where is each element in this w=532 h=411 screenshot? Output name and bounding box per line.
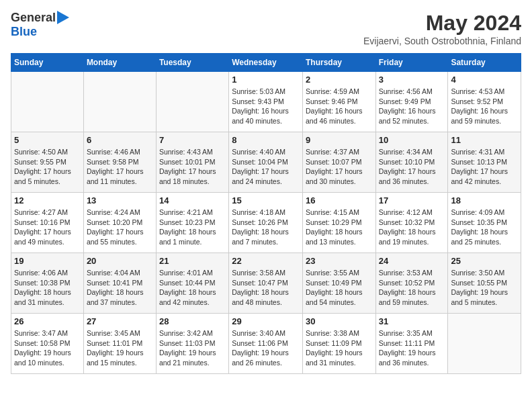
day-cell: 17Sunrise: 4:12 AM Sunset: 10:32 PM Dayl… bbox=[375, 193, 448, 253]
day-info: Sunrise: 3:45 AM Sunset: 11:01 PM Daylig… bbox=[87, 328, 153, 368]
day-number: 28 bbox=[159, 316, 226, 326]
day-info: Sunrise: 4:12 AM Sunset: 10:32 PM Daylig… bbox=[379, 208, 445, 247]
page-header: General Blue May 2024 Evijaervi, South O… bbox=[11, 11, 521, 46]
day-number: 22 bbox=[232, 256, 300, 266]
day-cell: 21Sunrise: 4:01 AM Sunset: 10:44 PM Dayl… bbox=[156, 253, 228, 314]
day-number: 15 bbox=[232, 195, 300, 205]
day-info: Sunrise: 4:59 AM Sunset: 9:46 PM Dayligh… bbox=[306, 87, 373, 126]
day-info: Sunrise: 4:50 AM Sunset: 9:55 PM Dayligh… bbox=[14, 147, 81, 187]
day-number: 13 bbox=[87, 195, 153, 205]
day-cell: 18Sunrise: 4:09 AM Sunset: 10:35 PM Dayl… bbox=[448, 193, 521, 253]
day-cell: 22Sunrise: 3:58 AM Sunset: 10:47 PM Dayl… bbox=[229, 253, 303, 314]
day-cell: 14Sunrise: 4:21 AM Sunset: 10:23 PM Dayl… bbox=[156, 193, 228, 253]
day-info: Sunrise: 3:35 AM Sunset: 11:11 PM Daylig… bbox=[379, 328, 445, 368]
day-cell: 23Sunrise: 3:55 AM Sunset: 10:49 PM Dayl… bbox=[302, 253, 375, 314]
day-cell: 15Sunrise: 4:18 AM Sunset: 10:26 PM Dayl… bbox=[229, 193, 303, 253]
day-cell: 2Sunrise: 4:59 AM Sunset: 9:46 PM Daylig… bbox=[302, 72, 375, 132]
header-sunday: Sunday bbox=[11, 54, 84, 72]
day-cell: 13Sunrise: 4:24 AM Sunset: 10:20 PM Dayl… bbox=[83, 193, 156, 253]
day-info: Sunrise: 4:37 AM Sunset: 10:07 PM Daylig… bbox=[306, 147, 373, 187]
header-thursday: Thursday bbox=[302, 54, 375, 72]
day-cell bbox=[83, 72, 156, 132]
day-number: 6 bbox=[87, 135, 153, 145]
logo: General Blue bbox=[11, 11, 69, 39]
day-number: 19 bbox=[14, 256, 81, 266]
day-number: 17 bbox=[379, 195, 445, 205]
day-info: Sunrise: 4:56 AM Sunset: 9:49 PM Dayligh… bbox=[379, 87, 445, 126]
day-cell: 9Sunrise: 4:37 AM Sunset: 10:07 PM Dayli… bbox=[302, 132, 375, 193]
day-number: 27 bbox=[87, 316, 153, 326]
calendar-title: May 2024 bbox=[363, 11, 521, 36]
day-number: 18 bbox=[451, 195, 518, 205]
title-section: May 2024 Evijaervi, South Ostrobothnia, … bbox=[363, 11, 521, 46]
header-wednesday: Wednesday bbox=[229, 54, 303, 72]
day-info: Sunrise: 4:21 AM Sunset: 10:23 PM Daylig… bbox=[159, 208, 226, 247]
day-number: 12 bbox=[14, 195, 81, 205]
day-cell: 16Sunrise: 4:15 AM Sunset: 10:29 PM Dayl… bbox=[302, 193, 375, 253]
week-row-3: 12Sunrise: 4:27 AM Sunset: 10:16 PM Dayl… bbox=[11, 193, 521, 253]
day-number: 10 bbox=[379, 135, 445, 145]
day-info: Sunrise: 4:43 AM Sunset: 10:01 PM Daylig… bbox=[159, 147, 226, 187]
day-number: 2 bbox=[306, 75, 373, 85]
day-number: 21 bbox=[159, 256, 226, 266]
day-cell: 30Sunrise: 3:38 AM Sunset: 11:09 PM Dayl… bbox=[302, 314, 375, 374]
day-info: Sunrise: 4:24 AM Sunset: 10:20 PM Daylig… bbox=[87, 208, 153, 247]
logo-general-text: General bbox=[11, 11, 56, 25]
day-info: Sunrise: 5:03 AM Sunset: 9:43 PM Dayligh… bbox=[232, 87, 300, 126]
day-cell: 5Sunrise: 4:50 AM Sunset: 9:55 PM Daylig… bbox=[11, 132, 84, 193]
day-number: 5 bbox=[14, 135, 81, 145]
day-cell: 20Sunrise: 4:04 AM Sunset: 10:41 PM Dayl… bbox=[83, 253, 156, 314]
day-info: Sunrise: 3:42 AM Sunset: 11:03 PM Daylig… bbox=[159, 328, 226, 368]
header-monday: Monday bbox=[83, 54, 156, 72]
day-number: 1 bbox=[232, 75, 300, 85]
day-cell bbox=[11, 72, 84, 132]
day-info: Sunrise: 4:18 AM Sunset: 10:26 PM Daylig… bbox=[232, 208, 300, 247]
day-cell: 29Sunrise: 3:40 AM Sunset: 11:06 PM Dayl… bbox=[229, 314, 303, 374]
day-info: Sunrise: 4:27 AM Sunset: 10:16 PM Daylig… bbox=[14, 208, 81, 247]
calendar-header: Sunday Monday Tuesday Wednesday Thursday… bbox=[11, 54, 521, 72]
day-cell: 28Sunrise: 3:42 AM Sunset: 11:03 PM Dayl… bbox=[156, 314, 228, 374]
day-number: 30 bbox=[306, 316, 373, 326]
day-cell: 19Sunrise: 4:06 AM Sunset: 10:38 PM Dayl… bbox=[11, 253, 84, 314]
day-info: Sunrise: 4:34 AM Sunset: 10:10 PM Daylig… bbox=[379, 147, 445, 187]
day-cell: 3Sunrise: 4:56 AM Sunset: 9:49 PM Daylig… bbox=[375, 72, 448, 132]
day-info: Sunrise: 4:46 AM Sunset: 9:58 PM Dayligh… bbox=[87, 147, 153, 187]
day-cell: 12Sunrise: 4:27 AM Sunset: 10:16 PM Dayl… bbox=[11, 193, 84, 253]
day-number: 16 bbox=[306, 195, 373, 205]
day-info: Sunrise: 3:55 AM Sunset: 10:49 PM Daylig… bbox=[306, 268, 373, 308]
day-info: Sunrise: 3:47 AM Sunset: 10:58 PM Daylig… bbox=[14, 328, 81, 368]
day-info: Sunrise: 3:53 AM Sunset: 10:52 PM Daylig… bbox=[379, 268, 445, 308]
day-number: 31 bbox=[379, 316, 445, 326]
day-cell: 11Sunrise: 4:31 AM Sunset: 10:13 PM Dayl… bbox=[448, 132, 521, 193]
day-info: Sunrise: 4:40 AM Sunset: 10:04 PM Daylig… bbox=[232, 147, 300, 187]
day-info: Sunrise: 4:15 AM Sunset: 10:29 PM Daylig… bbox=[306, 208, 373, 247]
calendar-table: Sunday Monday Tuesday Wednesday Thursday… bbox=[11, 53, 521, 374]
day-number: 24 bbox=[379, 256, 445, 266]
day-info: Sunrise: 4:04 AM Sunset: 10:41 PM Daylig… bbox=[87, 268, 153, 308]
day-number: 7 bbox=[159, 135, 226, 145]
day-info: Sunrise: 3:38 AM Sunset: 11:09 PM Daylig… bbox=[306, 328, 373, 368]
calendar-subtitle: Evijaervi, South Ostrobothnia, Finland bbox=[363, 36, 521, 46]
day-number: 11 bbox=[451, 135, 518, 145]
day-number: 25 bbox=[451, 256, 518, 266]
day-cell: 31Sunrise: 3:35 AM Sunset: 11:11 PM Dayl… bbox=[375, 314, 448, 374]
week-row-4: 19Sunrise: 4:06 AM Sunset: 10:38 PM Dayl… bbox=[11, 253, 521, 314]
day-number: 8 bbox=[232, 135, 300, 145]
day-number: 14 bbox=[159, 195, 226, 205]
day-cell: 8Sunrise: 4:40 AM Sunset: 10:04 PM Dayli… bbox=[229, 132, 303, 193]
day-number: 26 bbox=[14, 316, 81, 326]
day-info: Sunrise: 4:06 AM Sunset: 10:38 PM Daylig… bbox=[14, 268, 81, 308]
day-info: Sunrise: 4:09 AM Sunset: 10:35 PM Daylig… bbox=[451, 208, 518, 247]
header-row: Sunday Monday Tuesday Wednesday Thursday… bbox=[11, 54, 521, 72]
day-number: 23 bbox=[306, 256, 373, 266]
day-cell bbox=[448, 314, 521, 374]
week-row-1: 1Sunrise: 5:03 AM Sunset: 9:43 PM Daylig… bbox=[11, 72, 521, 132]
header-saturday: Saturday bbox=[448, 54, 521, 72]
day-cell: 6Sunrise: 4:46 AM Sunset: 9:58 PM Daylig… bbox=[83, 132, 156, 193]
day-cell bbox=[156, 72, 228, 132]
day-cell: 25Sunrise: 3:50 AM Sunset: 10:55 PM Dayl… bbox=[448, 253, 521, 314]
day-info: Sunrise: 4:53 AM Sunset: 9:52 PM Dayligh… bbox=[451, 87, 518, 126]
day-number: 4 bbox=[451, 75, 518, 85]
week-row-2: 5Sunrise: 4:50 AM Sunset: 9:55 PM Daylig… bbox=[11, 132, 521, 193]
calendar-body: 1Sunrise: 5:03 AM Sunset: 9:43 PM Daylig… bbox=[11, 72, 521, 374]
